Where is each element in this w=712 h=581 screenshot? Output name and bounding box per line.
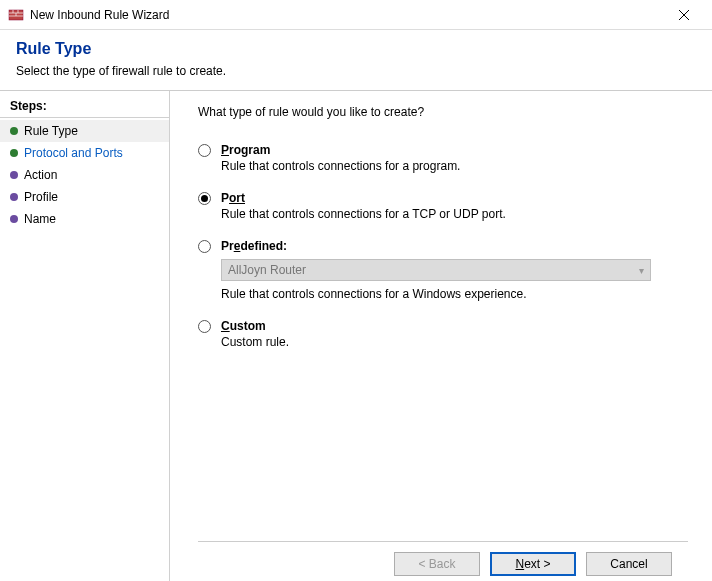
close-button[interactable] [664, 1, 704, 29]
step-label: Action [24, 168, 57, 182]
radio-program[interactable] [198, 144, 211, 157]
option-port-label: Port [221, 191, 506, 205]
steps-sidebar: Steps: Rule Type Protocol and Ports Acti… [0, 91, 170, 581]
step-bullet-icon [10, 193, 18, 201]
option-port-desc: Rule that controls connections for a TCP… [221, 207, 506, 221]
radio-custom[interactable] [198, 320, 211, 333]
step-bullet-icon [10, 127, 18, 135]
radio-predefined[interactable] [198, 240, 211, 253]
step-action[interactable]: Action [0, 164, 169, 186]
predefined-dropdown[interactable]: AllJoyn Router ▾ [221, 259, 651, 281]
option-predefined-desc: Rule that controls connections for a Win… [221, 287, 651, 301]
wizard-header: Rule Type Select the type of firewall ru… [0, 30, 712, 90]
content-prompt: What type of rule would you like to crea… [198, 105, 688, 119]
step-profile[interactable]: Profile [0, 186, 169, 208]
option-port: Port Rule that controls connections for … [198, 191, 688, 221]
window-title: New Inbound Rule Wizard [30, 8, 664, 22]
step-label: Protocol and Ports [24, 146, 123, 160]
close-icon [679, 10, 689, 20]
option-custom-desc: Custom rule. [221, 335, 289, 349]
page-title: Rule Type [16, 40, 696, 58]
option-predefined-label: Predefined: [221, 239, 651, 253]
step-label: Name [24, 212, 56, 226]
page-subtitle: Select the type of firewall rule to crea… [16, 64, 696, 78]
steps-header: Steps: [0, 95, 169, 118]
back-button: < Back [394, 552, 480, 576]
cancel-button[interactable]: Cancel [586, 552, 672, 576]
step-bullet-icon [10, 215, 18, 223]
option-custom: Custom Custom rule. [198, 319, 688, 349]
option-program: Program Rule that controls connections f… [198, 143, 688, 173]
option-custom-label: Custom [221, 319, 289, 333]
step-protocol-and-ports[interactable]: Protocol and Ports [0, 142, 169, 164]
option-predefined: Predefined: AllJoyn Router ▾ Rule that c… [198, 239, 688, 301]
wizard-content: What type of rule would you like to crea… [170, 91, 712, 581]
wizard-footer: < Back Next > Cancel [198, 541, 688, 581]
option-program-desc: Rule that controls connections for a pro… [221, 159, 460, 173]
chevron-down-icon: ▾ [639, 265, 644, 276]
step-label: Profile [24, 190, 58, 204]
dropdown-value: AllJoyn Router [228, 263, 306, 277]
step-bullet-icon [10, 171, 18, 179]
next-button[interactable]: Next > [490, 552, 576, 576]
step-bullet-icon [10, 149, 18, 157]
firewall-icon [8, 7, 24, 23]
step-rule-type[interactable]: Rule Type [0, 120, 169, 142]
radio-port[interactable] [198, 192, 211, 205]
titlebar: New Inbound Rule Wizard [0, 0, 712, 30]
option-program-label: Program [221, 143, 460, 157]
step-label: Rule Type [24, 124, 78, 138]
step-name[interactable]: Name [0, 208, 169, 230]
